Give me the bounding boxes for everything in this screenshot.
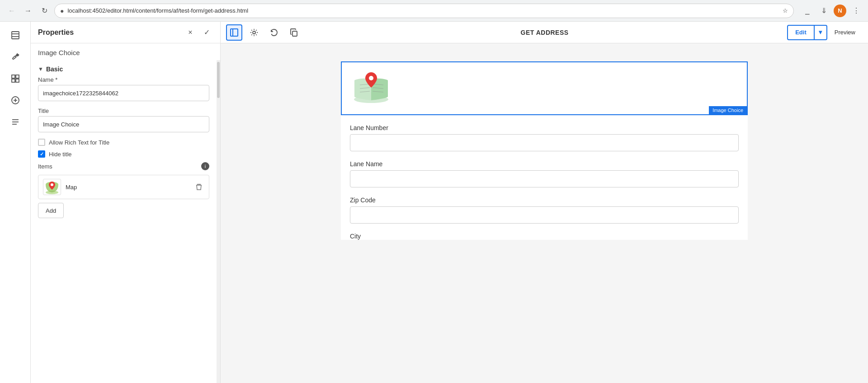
title-input[interactable] bbox=[38, 116, 209, 132]
refresh-button[interactable]: ↻ bbox=[38, 5, 51, 17]
location-icon: ● bbox=[60, 7, 64, 14]
zip-code-group: Zip Code bbox=[350, 196, 739, 224]
form-content: Image Choice Lane Number Lane Name Zip C… bbox=[341, 61, 748, 240]
svg-rect-4 bbox=[16, 75, 19, 78]
form-section: Lane Number Lane Name Zip Code City bbox=[341, 115, 748, 240]
sidebar-toggle-btn[interactable] bbox=[226, 24, 242, 41]
image-choice-widget[interactable]: Image Choice bbox=[341, 61, 748, 115]
lane-name-input[interactable] bbox=[350, 170, 739, 187]
lane-number-group: Lane Number bbox=[350, 124, 739, 151]
properties-panel: Properties × ✓ Image Choice ▼ Basic Name… bbox=[31, 22, 221, 383]
edit-button[interactable]: Edit bbox=[787, 25, 815, 40]
extensions-icon[interactable]: ⎯ bbox=[801, 5, 814, 17]
name-field-group: Name * bbox=[38, 76, 209, 101]
image-choice-badge: Image Choice bbox=[709, 106, 747, 114]
items-info-icon[interactable]: i bbox=[201, 162, 209, 170]
scroll-track bbox=[217, 60, 220, 383]
edit-dropdown-button[interactable]: ▼ bbox=[815, 25, 827, 40]
svg-point-17 bbox=[253, 31, 255, 34]
add-sidebar-btn[interactable] bbox=[5, 90, 25, 110]
title-field-group: Title bbox=[38, 107, 209, 132]
forward-button[interactable]: → bbox=[22, 5, 34, 17]
svg-rect-0 bbox=[12, 32, 19, 39]
svg-rect-5 bbox=[12, 79, 15, 82]
allow-rich-text-label: Allow Rich Text for Title bbox=[49, 139, 109, 146]
scroll-thumb bbox=[217, 62, 220, 98]
toolbar-title: GET ADDRESS bbox=[306, 29, 783, 36]
main-area: GET ADDRESS Edit ▼ Preview bbox=[221, 22, 868, 383]
address-bar[interactable]: ● localhost:4502/editor.html/content/for… bbox=[54, 4, 794, 18]
user-avatar[interactable]: N bbox=[834, 5, 846, 17]
svg-rect-18 bbox=[292, 31, 297, 36]
components-sidebar-btn[interactable] bbox=[5, 69, 25, 89]
add-item-button[interactable]: Add bbox=[38, 203, 64, 218]
properties-title: Properties bbox=[38, 28, 74, 37]
icon-sidebar bbox=[0, 22, 31, 383]
hide-title-checkbox[interactable] bbox=[38, 150, 45, 158]
city-label: City bbox=[350, 233, 739, 240]
address-text: localhost:4502/editor.html/content/forms… bbox=[67, 7, 779, 14]
allow-rich-text-row[interactable]: Allow Rich Text for Title bbox=[38, 139, 209, 146]
properties-header-actions: × ✓ bbox=[184, 26, 213, 39]
wrench-sidebar-btn[interactable] bbox=[5, 47, 25, 67]
properties-close-btn[interactable]: × bbox=[184, 26, 197, 39]
item-card-map: Map bbox=[38, 175, 209, 199]
layers-sidebar-btn[interactable] bbox=[5, 25, 25, 45]
section-chevron: ▼ bbox=[38, 66, 43, 72]
menu-icon[interactable]: ⋮ bbox=[850, 5, 863, 17]
toolbar: GET ADDRESS Edit ▼ Preview bbox=[221, 22, 868, 43]
svg-rect-6 bbox=[16, 79, 19, 82]
map-illustration bbox=[351, 71, 392, 104]
canvas-area: Image Choice Lane Number Lane Name Zip C… bbox=[221, 43, 868, 383]
copy-btn[interactable] bbox=[286, 24, 302, 41]
svg-rect-3 bbox=[12, 75, 15, 78]
section-basic[interactable]: ▼ Basic bbox=[38, 60, 209, 76]
item-delete-btn[interactable] bbox=[193, 182, 204, 192]
browser-chrome: ← → ↻ ● localhost:4502/editor.html/conte… bbox=[0, 0, 868, 22]
items-label: Items bbox=[38, 163, 52, 170]
items-header: Items i bbox=[38, 162, 209, 170]
lane-number-input[interactable] bbox=[350, 134, 739, 151]
preview-button[interactable]: Preview bbox=[827, 25, 863, 40]
rules-sidebar-btn[interactable] bbox=[5, 112, 25, 132]
settings-btn[interactable] bbox=[246, 24, 262, 41]
title-field-label: Title bbox=[38, 107, 209, 114]
zip-code-input[interactable] bbox=[350, 206, 739, 224]
hide-title-row[interactable]: Hide title bbox=[38, 150, 209, 158]
properties-subtitle: Image Choice bbox=[31, 43, 220, 60]
toolbar-right: Edit ▼ Preview bbox=[787, 25, 863, 40]
section-basic-label: Basic bbox=[46, 65, 63, 73]
star-icon: ☆ bbox=[783, 7, 788, 14]
name-field-label: Name * bbox=[38, 76, 209, 83]
svg-point-26 bbox=[369, 76, 373, 80]
app-container: Properties × ✓ Image Choice ▼ Basic Name… bbox=[0, 22, 868, 383]
item-thumbnail bbox=[43, 179, 61, 195]
properties-scroll-wrapper: ▼ Basic Name * Title Allow Rich Text for… bbox=[31, 60, 220, 383]
svg-rect-15 bbox=[231, 29, 238, 36]
hide-title-label: Hide title bbox=[49, 151, 72, 158]
lane-name-label: Lane Name bbox=[350, 160, 739, 168]
svg-point-14 bbox=[51, 183, 53, 186]
allow-rich-text-checkbox[interactable] bbox=[38, 139, 45, 146]
back-button[interactable]: ← bbox=[5, 5, 18, 17]
city-group: City bbox=[350, 233, 739, 240]
lane-number-label: Lane Number bbox=[350, 124, 739, 131]
lane-name-group: Lane Name bbox=[350, 160, 739, 187]
properties-check-btn[interactable]: ✓ bbox=[200, 26, 213, 39]
name-input[interactable] bbox=[38, 85, 209, 101]
item-name-map: Map bbox=[66, 184, 189, 191]
properties-scroll-content: ▼ Basic Name * Title Allow Rich Text for… bbox=[31, 60, 217, 383]
browser-right-icons: ⎯ ⇓ N ⋮ bbox=[801, 5, 863, 17]
zip-code-label: Zip Code bbox=[350, 196, 739, 204]
undo-btn[interactable] bbox=[266, 24, 282, 41]
download-icon[interactable]: ⇓ bbox=[817, 5, 830, 17]
properties-header: Properties × ✓ bbox=[31, 22, 220, 43]
